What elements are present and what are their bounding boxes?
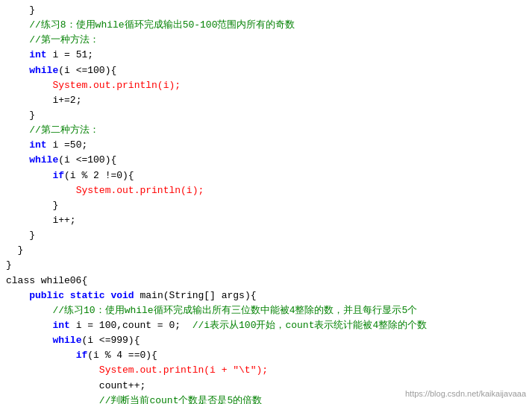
code-line: } (6, 3, 526, 18)
code-line: System.out.println(i); (6, 78, 526, 93)
code-line: System.out.println(i); (6, 183, 526, 198)
code-line: } (6, 258, 526, 273)
watermark: https://blog.csdn.net/kaikaijavaaa (405, 388, 526, 400)
code-line: //练习10：使用while循环完成输出所有三位数中能被4整除的数，并且每行显示… (6, 303, 526, 318)
code-line: } (6, 243, 526, 258)
code-line: while(i <=100){ (6, 153, 526, 168)
code-line: public static void main(String[] args){ (6, 288, 526, 303)
code-line: while(i <=100){ (6, 63, 526, 78)
code-line: System.out.println(i + "\t"); (6, 363, 526, 378)
code-editor: } //练习8：使用while循环完成输出50-100范围内所有的奇数 //第一… (0, 0, 532, 404)
code-line: if(i % 2 !=0){ (6, 168, 526, 183)
code-line: int i = 100,count = 0; //i表示从100开始，count… (6, 318, 526, 333)
code-line: while(i <=999){ (6, 333, 526, 348)
code-line: } (6, 198, 526, 213)
code-line: if(i % 4 ==0){ (6, 348, 526, 363)
code-line: //第一种方法： (6, 33, 526, 48)
code-content: } //练习8：使用while循环完成输出50-100范围内所有的奇数 //第一… (6, 3, 526, 404)
code-line: } (6, 228, 526, 243)
code-line: i++; (6, 213, 526, 228)
code-line: i+=2; (6, 93, 526, 108)
code-line: class while06{ (6, 274, 526, 288)
code-line: int i = 51; (6, 48, 526, 63)
code-line: //练习8：使用while循环完成输出50-100范围内所有的奇数 (6, 18, 526, 33)
code-line: } (6, 108, 526, 123)
code-line: int i =50; (6, 138, 526, 153)
code-line: //第二种方法： (6, 123, 526, 138)
